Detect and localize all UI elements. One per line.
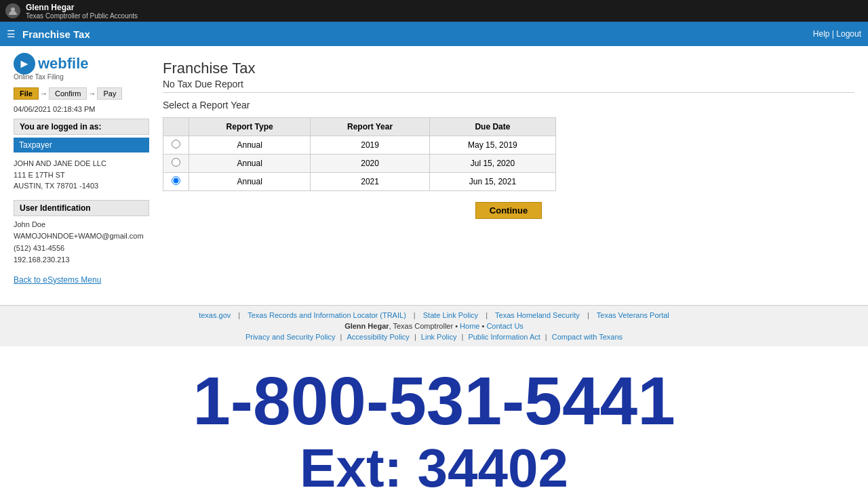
company-address2: AUSTIN, TX 78701 -1403 [14,180,149,192]
footer-accessibility[interactable]: Accessibility Policy [347,333,410,341]
col-report-type: Report Type [189,118,311,136]
user-full-name: John Doe [14,219,149,231]
logo-arrow: ► [14,53,35,75]
user-email: WAMOJOHNDOE+WAMO@gmail.com [14,230,149,243]
table-row: Annual2021Jun 15, 2021 [163,173,556,191]
row-radio-cell [163,136,189,155]
step-file-button[interactable]: File [14,87,39,100]
row-due-date: Jun 15, 2021 [429,173,555,191]
row-type: Annual [189,173,311,191]
logout-link[interactable]: Logout [836,29,861,39]
continue-button[interactable]: Continue [475,202,542,219]
divider [163,92,854,93]
row-year: 2021 [311,173,430,191]
row-due-date: May 15, 2019 [429,136,555,155]
user-details: John Doe WAMOJOHNDOE+WAMO@gmail.com (512… [14,219,149,266]
step-arrow-1: → [40,89,47,98]
row-year: 2020 [311,155,430,173]
col-report-year: Report Year [311,118,430,136]
user-info: Glenn Hegar Texas Comptroller of Public … [26,3,138,20]
footer-texas-gov[interactable]: texas.gov [199,311,231,319]
user-name: Glenn Hegar [26,3,138,12]
footer-compact[interactable]: Compact with Texans [552,333,623,341]
logo-text: webfile [38,55,89,73]
footer-link-policy[interactable]: Link Policy [421,333,457,341]
footer: texas.gov | Texas Records and Informatio… [0,305,868,346]
nav-bar: ☰ Franchise Tax Help | Logout [0,22,868,46]
phone-ext: Ext: 34402 [0,441,868,488]
user-phone: (512) 431-4556 [14,243,149,255]
step-confirm: Confirm [49,87,87,100]
user-agency: Texas Comptroller of Public Accounts [26,12,138,20]
footer-privacy[interactable]: Privacy and Security Policy [245,333,336,341]
steps-bar: File → Confirm → Pay [14,87,149,100]
user-id-box: User Identification [14,200,149,216]
footer-veterans[interactable]: Texas Veterans Portal [597,311,669,319]
table-body: Annual2019May 15, 2019Annual2020Jul 15, … [163,136,556,191]
company-address1: 111 E 17TH ST [14,169,149,181]
phone-section: 1-800-531-5441 Ext: 34402 [0,346,868,488]
franchise-title: Franchise Tax [163,60,854,77]
footer-home[interactable]: Home [460,322,479,330]
row-radio-cell [163,173,189,191]
col-select [163,118,189,136]
radio-year-2020[interactable] [172,158,180,167]
footer-trail[interactable]: Texas Records and Information Locator (T… [248,311,406,319]
main-content: ► webfile Online Tax Filing File → Confi… [0,46,868,291]
back-link[interactable]: Back to eSystems Menu [14,275,101,285]
company-name: JOHN AND JANE DOE LLC [14,158,149,169]
report-subtitle: No Tax Due Report [163,79,854,89]
footer-links-row-1: texas.gov | Texas Records and Informatio… [0,311,868,319]
webfile-logo: ► webfile Online Tax Filing [14,53,149,81]
logged-in-box: You are logged in as: [14,119,149,135]
user-ip: 192.168.230.213 [14,254,149,266]
footer-public-info[interactable]: Public Information Act [468,333,540,341]
footer-bottom: Privacy and Security Policy | Accessibil… [0,333,868,341]
footer-comptroller-name: Glenn Hegar [344,322,389,330]
content-area: Franchise Tax No Tax Due Report Select a… [163,53,854,285]
row-due-date: Jul 15, 2020 [429,155,555,173]
row-radio-cell [163,155,189,173]
row-type: Annual [189,136,311,155]
top-links: Help | Logout [813,29,861,39]
top-header: Glenn Hegar Texas Comptroller of Public … [0,0,868,22]
sidebar: ► webfile Online Tax Filing File → Confi… [14,53,149,285]
nav-page-title: Franchise Tax [22,28,90,40]
table-row: Annual2020Jul 15, 2020 [163,155,556,173]
col-due-date: Due Date [429,118,555,136]
row-year: 2019 [311,136,430,155]
datetime: 04/06/2021 02:18:43 PM [14,105,149,113]
footer-contact[interactable]: Contact Us [486,322,523,330]
radio-year-2019[interactable] [172,140,180,148]
tagline: Online Tax Filing [14,73,64,81]
report-table: Report Type Report Year Due Date Annual2… [163,117,556,191]
phone-number: 1-800-531-5441 [0,367,868,434]
footer-state-link[interactable]: State Link Policy [423,311,478,319]
user-avatar [5,3,20,18]
step-pay: Pay [97,87,122,100]
company-info: JOHN AND JANE DOE LLC 111 E 17TH ST AUST… [14,158,149,192]
footer-middle: Glenn Hegar, Texas Comptroller • Home • … [0,322,868,330]
select-year-label: Select a Report Year [163,100,854,110]
row-type: Annual [189,155,311,173]
help-link[interactable]: Help [813,29,830,39]
menu-icon[interactable]: ☰ [7,28,16,39]
footer-homeland[interactable]: Texas Homeland Security [495,311,580,319]
table-header: Report Type Report Year Due Date [163,118,556,136]
radio-year-2021[interactable] [172,176,180,185]
role-box: Taxpayer [14,138,149,152]
table-row: Annual2019May 15, 2019 [163,136,556,155]
step-arrow-2: → [88,89,96,98]
